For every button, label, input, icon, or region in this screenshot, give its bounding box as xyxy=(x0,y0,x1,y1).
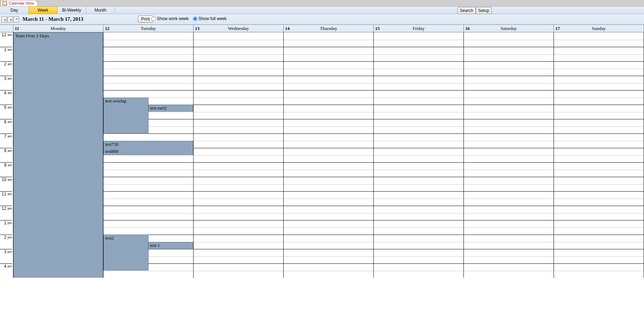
time-slot[interactable] xyxy=(554,213,644,220)
time-slot[interactable] xyxy=(284,263,373,271)
time-slot[interactable] xyxy=(374,199,463,206)
time-slot[interactable] xyxy=(464,54,554,62)
time-slot[interactable] xyxy=(464,155,554,163)
day-column-saturday[interactable] xyxy=(464,32,554,278)
time-slot[interactable] xyxy=(554,162,644,170)
time-slot[interactable] xyxy=(194,191,283,199)
time-slot[interactable] xyxy=(464,76,554,83)
time-slot[interactable] xyxy=(554,199,644,206)
time-slot[interactable] xyxy=(194,263,283,271)
time-slot[interactable] xyxy=(554,242,644,249)
time-slot[interactable] xyxy=(284,220,373,228)
time-slot[interactable] xyxy=(284,256,373,264)
time-slot[interactable] xyxy=(554,177,644,184)
radio-full-week-input[interactable] xyxy=(193,17,197,21)
time-slot[interactable] xyxy=(464,61,554,69)
time-slot[interactable] xyxy=(374,177,463,184)
time-slot[interactable] xyxy=(374,271,463,278)
time-slot[interactable] xyxy=(464,228,554,235)
time-slot[interactable] xyxy=(284,119,373,126)
time-slot[interactable] xyxy=(194,206,283,213)
time-slot[interactable] xyxy=(194,83,283,91)
time-slot[interactable] xyxy=(374,191,463,199)
time-slot[interactable] xyxy=(103,191,193,199)
time-slot[interactable] xyxy=(374,242,463,249)
time-slot[interactable] xyxy=(103,69,193,76)
time-slot[interactable] xyxy=(103,184,193,192)
time-slot[interactable] xyxy=(194,47,283,54)
day-column-friday[interactable] xyxy=(374,32,464,278)
time-slot[interactable] xyxy=(554,76,644,83)
radio-work-week[interactable]: Show work week xyxy=(151,16,189,21)
time-slot[interactable] xyxy=(103,271,193,278)
time-slot[interactable] xyxy=(464,271,554,278)
time-slot[interactable] xyxy=(464,83,554,91)
day-column-wednesday[interactable] xyxy=(194,32,284,278)
prev-button[interactable]: < xyxy=(1,16,7,23)
time-slot[interactable] xyxy=(554,32,644,40)
time-slot[interactable] xyxy=(103,228,193,235)
time-slot[interactable] xyxy=(194,76,283,83)
time-slot[interactable] xyxy=(284,76,373,83)
time-slot[interactable] xyxy=(464,126,554,134)
time-slot[interactable] xyxy=(554,206,644,213)
time-slot[interactable] xyxy=(554,119,644,126)
time-slot[interactable] xyxy=(103,220,193,228)
day-column-monday[interactable]: Teset Over 2 Days xyxy=(13,32,103,278)
time-slot[interactable] xyxy=(194,220,283,228)
time-slot[interactable] xyxy=(284,40,373,47)
time-slot[interactable] xyxy=(284,148,373,155)
time-slot[interactable] xyxy=(374,249,463,256)
time-slot[interactable] xyxy=(464,177,554,184)
time-slot[interactable] xyxy=(194,242,283,249)
time-slot[interactable] xyxy=(374,61,463,69)
view-mode-tab-day[interactable]: Day xyxy=(0,7,29,14)
time-slot[interactable] xyxy=(374,47,463,54)
time-slot[interactable] xyxy=(284,177,373,184)
time-slot[interactable] xyxy=(464,191,554,199)
next-button[interactable]: > xyxy=(7,16,13,23)
time-slot[interactable] xyxy=(374,220,463,228)
time-slot[interactable] xyxy=(464,69,554,76)
time-slot[interactable] xyxy=(284,235,373,242)
time-slot[interactable] xyxy=(194,249,283,256)
calendar-event[interactable]: test730 xyxy=(103,141,193,148)
day-header-wednesday[interactable]: 13Wednesday xyxy=(194,25,284,32)
time-slot[interactable] xyxy=(374,133,463,141)
radio-full-week[interactable]: Show full week xyxy=(193,16,227,21)
time-slot[interactable] xyxy=(374,54,463,62)
time-slot[interactable] xyxy=(464,133,554,141)
time-slot[interactable] xyxy=(464,105,554,112)
time-slot[interactable] xyxy=(374,69,463,76)
time-slot[interactable] xyxy=(103,76,193,83)
time-slot[interactable] xyxy=(554,271,644,278)
calendar-event[interactable]: test overlap xyxy=(103,98,149,133)
time-slot[interactable] xyxy=(554,47,644,54)
time-slot[interactable] xyxy=(194,141,283,148)
time-slot[interactable] xyxy=(464,249,554,256)
time-slot[interactable] xyxy=(194,105,283,112)
time-slot[interactable] xyxy=(374,263,463,271)
time-slot[interactable] xyxy=(194,40,283,47)
time-slot[interactable] xyxy=(284,228,373,235)
time-slot[interactable] xyxy=(464,141,554,148)
time-slot[interactable] xyxy=(194,119,283,126)
time-slot[interactable] xyxy=(194,69,283,76)
time-slot[interactable] xyxy=(464,263,554,271)
time-slot[interactable] xyxy=(284,271,373,278)
time-slot[interactable] xyxy=(554,155,644,163)
time-slot[interactable] xyxy=(284,133,373,141)
time-slot[interactable] xyxy=(284,199,373,206)
time-slot[interactable] xyxy=(554,126,644,134)
time-slot[interactable] xyxy=(374,105,463,112)
time-slot[interactable] xyxy=(554,228,644,235)
time-slot[interactable] xyxy=(554,263,644,271)
time-slot[interactable] xyxy=(103,54,193,62)
time-slot[interactable] xyxy=(374,83,463,91)
time-slot[interactable] xyxy=(464,213,554,220)
time-slot[interactable] xyxy=(374,162,463,170)
time-slot[interactable] xyxy=(103,83,193,91)
day-header-tuesday[interactable]: 12Tuesday xyxy=(103,25,194,32)
time-slot[interactable] xyxy=(464,162,554,170)
time-slot[interactable] xyxy=(374,112,463,119)
